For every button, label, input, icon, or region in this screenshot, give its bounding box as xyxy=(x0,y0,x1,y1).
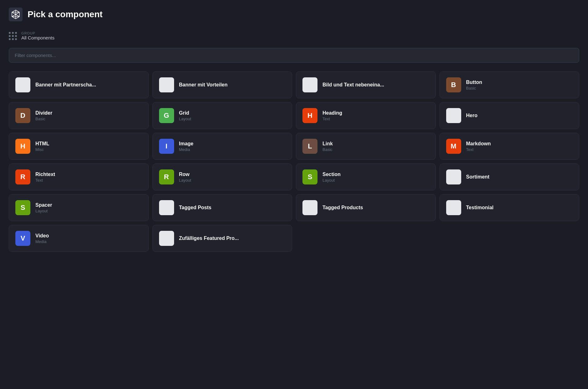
component-icon-divider: D xyxy=(15,108,30,123)
component-category-link: Basic xyxy=(322,147,333,152)
component-info-testimonial: Testimonial xyxy=(466,205,494,210)
component-card-testimonial[interactable]: Testimonial xyxy=(440,194,580,221)
component-icon-spacer: S xyxy=(15,200,30,215)
component-card-zufalliges[interactable]: Zufälliges Featured Pro... xyxy=(152,225,292,252)
component-icon-markdown: M xyxy=(446,139,461,154)
component-name-heading: Heading xyxy=(322,110,342,116)
component-icon-link: L xyxy=(302,139,317,154)
component-category-html: Misc xyxy=(35,147,49,152)
component-card-html[interactable]: HHTMLMisc xyxy=(9,133,149,160)
component-info-tagged-posts: Tagged Posts xyxy=(179,205,212,210)
component-category-row: Layout xyxy=(179,178,191,183)
component-info-grid: GridLayout xyxy=(179,110,191,121)
component-info-section: SectionLayout xyxy=(322,172,341,183)
component-name-hero: Hero xyxy=(466,113,477,118)
component-info-markdown: MarkdownText xyxy=(466,141,491,152)
component-name-zufalliges: Zufälliges Featured Pro... xyxy=(179,236,239,241)
component-card-tagged-posts[interactable]: Tagged Posts xyxy=(152,194,292,221)
component-card-richtext[interactable]: RRichtextText xyxy=(9,163,149,190)
component-info-banner-partnerschaft: Banner mit Partnerscha... xyxy=(35,82,96,88)
component-icon-video: V xyxy=(15,231,30,246)
component-info-tagged-products: Tagged Products xyxy=(322,205,363,210)
component-card-markdown[interactable]: MMarkdownText xyxy=(440,133,580,160)
page-header: Pick a component xyxy=(9,8,579,21)
component-info-video: VideoMedia xyxy=(35,233,49,244)
component-name-video: Video xyxy=(35,233,49,239)
component-info-hero: Hero xyxy=(466,113,477,118)
component-name-section: Section xyxy=(322,172,341,177)
component-icon-zufalliges xyxy=(159,231,174,246)
component-info-zufalliges: Zufälliges Featured Pro... xyxy=(179,236,239,241)
component-name-banner-vorteilen: Banner mit Vorteilen xyxy=(179,82,228,88)
component-icon-row: R xyxy=(159,169,174,184)
component-info-spacer: SpacerLayout xyxy=(35,202,52,213)
component-card-button[interactable]: BButtonBasic xyxy=(440,71,580,98)
group-label: GROUP xyxy=(21,31,54,35)
group-value: All Components xyxy=(21,35,54,40)
component-card-grid[interactable]: GGridLayout xyxy=(152,102,292,129)
component-card-video[interactable]: VVideoMedia xyxy=(9,225,149,252)
component-card-heading[interactable]: HHeadingText xyxy=(296,102,436,129)
group-section: GROUP All Components xyxy=(9,31,579,40)
component-name-tagged-products: Tagged Products xyxy=(322,205,363,210)
component-icon-tagged-posts xyxy=(159,200,174,215)
component-icon-grid: G xyxy=(159,108,174,123)
component-card-link[interactable]: LLinkBasic xyxy=(296,133,436,160)
component-card-bild-text[interactable]: Bild und Text nebeneina... xyxy=(296,71,436,98)
component-category-richtext: Text xyxy=(35,178,55,183)
page-title: Pick a component xyxy=(28,9,103,19)
component-card-banner-partnerschaft[interactable]: Banner mit Partnerscha... xyxy=(9,71,149,98)
component-category-button: Basic xyxy=(466,86,482,91)
component-info-row: RowLayout xyxy=(179,172,191,183)
component-info-sortiment: Sortiment xyxy=(466,174,490,180)
component-icon-testimonial xyxy=(446,200,461,215)
component-category-image: Media xyxy=(179,147,193,152)
component-category-video: Media xyxy=(35,239,49,244)
component-category-grid: Layout xyxy=(179,117,191,121)
component-name-testimonial: Testimonial xyxy=(466,205,494,210)
component-info-divider: DividerBasic xyxy=(35,110,52,121)
component-icon-tagged-products xyxy=(302,200,317,215)
component-name-row: Row xyxy=(179,172,191,177)
component-card-spacer[interactable]: SSpacerLayout xyxy=(9,194,149,221)
component-name-button: Button xyxy=(466,80,482,85)
component-category-markdown: Text xyxy=(466,147,491,152)
component-card-tagged-products[interactable]: Tagged Products xyxy=(296,194,436,221)
component-name-tagged-posts: Tagged Posts xyxy=(179,205,212,210)
group-info: GROUP All Components xyxy=(21,31,54,40)
component-name-spacer: Spacer xyxy=(35,202,52,208)
component-icon-heading: H xyxy=(302,108,317,123)
component-card-row[interactable]: RRowLayout xyxy=(152,163,292,190)
component-info-link: LinkBasic xyxy=(322,141,333,152)
component-card-sortiment[interactable]: Sortiment xyxy=(440,163,580,190)
component-icon-image: I xyxy=(159,139,174,154)
search-input[interactable] xyxy=(9,48,579,63)
component-category-heading: Text xyxy=(322,117,342,121)
component-info-heading: HeadingText xyxy=(322,110,342,121)
app-logo-icon xyxy=(9,8,23,21)
component-name-html: HTML xyxy=(35,141,49,147)
component-icon-html: H xyxy=(15,139,30,154)
component-category-section: Layout xyxy=(322,178,341,183)
component-icon-button: B xyxy=(446,77,461,92)
component-name-richtext: Richtext xyxy=(35,172,55,177)
component-icon-bild-text xyxy=(302,77,317,92)
component-info-richtext: RichtextText xyxy=(35,172,55,183)
component-category-divider: Basic xyxy=(35,117,52,121)
component-name-bild-text: Bild und Text nebeneina... xyxy=(322,82,384,88)
component-card-banner-vorteilen[interactable]: Banner mit Vorteilen xyxy=(152,71,292,98)
component-card-hero[interactable]: Hero xyxy=(440,102,580,129)
component-info-button: ButtonBasic xyxy=(466,80,482,91)
component-name-image: Image xyxy=(179,141,193,147)
component-name-sortiment: Sortiment xyxy=(466,174,490,180)
component-name-banner-partnerschaft: Banner mit Partnerscha... xyxy=(35,82,96,88)
component-card-divider[interactable]: DDividerBasic xyxy=(9,102,149,129)
component-card-section[interactable]: SSectionLayout xyxy=(296,163,436,190)
component-name-divider: Divider xyxy=(35,110,52,116)
component-name-link: Link xyxy=(322,141,333,147)
component-icon-banner-partnerschaft xyxy=(15,77,30,92)
component-icon-banner-vorteilen xyxy=(159,77,174,92)
components-grid: Banner mit Partnerscha...Banner mit Vort… xyxy=(9,71,579,252)
component-icon-sortiment xyxy=(446,169,461,184)
component-card-image[interactable]: IImageMedia xyxy=(152,133,292,160)
